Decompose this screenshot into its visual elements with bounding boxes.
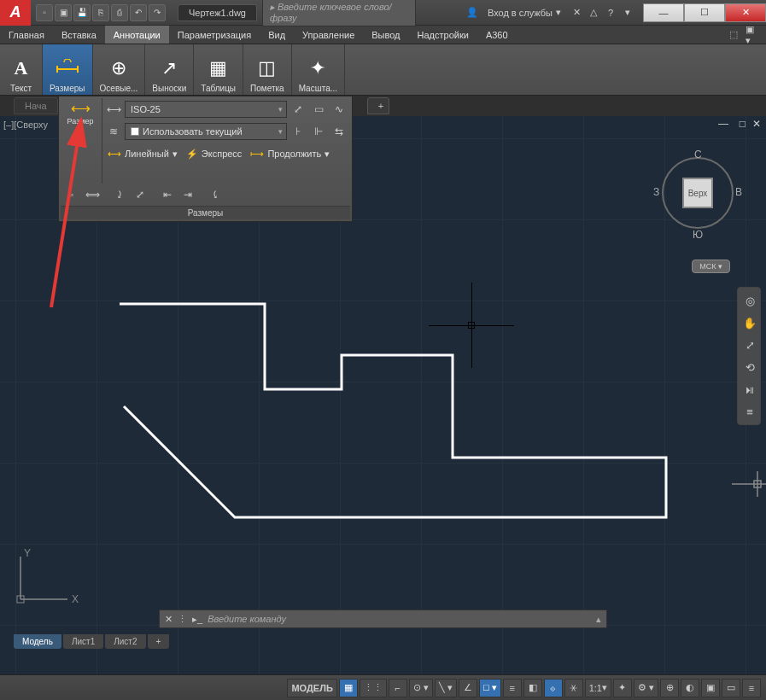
new-tab-button[interactable]: + — [367, 97, 389, 114]
status-ws-icon[interactable]: ⚙ ▾ — [634, 679, 658, 697]
status-custom-icon[interactable]: ≡ — [742, 679, 761, 697]
ribbon-group-text[interactable]: A Текст — [0, 44, 43, 95]
express-dimension-button[interactable]: ⚡ Экспресс — [183, 147, 246, 161]
cmdline-close-icon[interactable]: ✕ — [165, 614, 172, 625]
dimstyle-dropdown[interactable]: ISO-25 — [125, 101, 287, 118]
tab-manage[interactable]: Управление — [294, 26, 363, 44]
start-tab[interactable]: Нача — [14, 97, 58, 114]
tab-layout2[interactable]: Лист2 — [105, 634, 145, 649]
status-monitor-icon[interactable]: ⊕ — [660, 679, 679, 697]
cmdline-handle-icon[interactable]: ⋮ — [178, 614, 187, 625]
tab-layout1[interactable]: Лист1 — [63, 634, 103, 649]
a360-icon[interactable]: △ — [587, 6, 600, 20]
status-clean-icon[interactable]: ▭ — [722, 679, 740, 697]
status-ann-vis-icon[interactable]: ✦ — [613, 679, 632, 697]
dim-inspect-icon[interactable]: ⤸ — [110, 186, 129, 203]
qat-saveas-icon[interactable]: ⎘ — [92, 4, 109, 21]
tab-annotate[interactable]: Аннотации — [105, 26, 169, 44]
dim-update-icon[interactable]: ⤢ — [289, 101, 307, 118]
dim-text-center-icon[interactable]: ⇥ — [178, 186, 197, 203]
help-dropdown-icon[interactable]: ▾ — [621, 6, 634, 20]
show-motion-icon[interactable]: ⏯ — [740, 379, 759, 400]
dimension-button[interactable]: ⟷ Размер — [62, 100, 98, 125]
dim-space-icon[interactable]: ⊩ — [309, 123, 328, 140]
view-controls-label[interactable]: [–][Сверху — [3, 120, 48, 130]
featured-apps-icon[interactable]: ⬚ — [727, 28, 740, 42]
status-isolate-icon[interactable]: ▣ — [701, 679, 720, 697]
viewcube-top-face[interactable]: Верх — [682, 178, 713, 208]
status-osnap-track-icon[interactable]: ∠ — [459, 679, 477, 697]
dim-jog-icon[interactable]: ∿ — [330, 101, 348, 118]
document-tab[interactable]: Чертеж1.dwg — [178, 4, 257, 21]
nav-expand-icon[interactable]: ≡ — [740, 401, 759, 422]
status-grid-icon[interactable]: ▦ — [339, 679, 358, 697]
tab-insert[interactable]: Вставка — [53, 26, 105, 44]
status-scale-button[interactable]: 1:1 ▾ — [585, 679, 611, 697]
signin-icon[interactable]: 👤 — [465, 6, 479, 20]
ribbon-group-tables[interactable]: ▦ Таблицы — [194, 44, 243, 95]
continue-dimension-button[interactable]: ⟼ Продолжить ▾ — [247, 147, 333, 161]
compass-north[interactable]: С — [694, 149, 702, 160]
status-annoscale-icon[interactable]: ⚹ — [564, 679, 583, 697]
tab-view[interactable]: Вид — [260, 26, 294, 44]
maximize-button[interactable]: ☐ — [684, 3, 725, 22]
status-iso-icon[interactable]: ╲ ▾ — [435, 679, 457, 697]
qat-print-icon[interactable]: ⎙ — [111, 4, 128, 21]
viewport-maximize-icon[interactable]: □ — [740, 118, 746, 130]
dim-text-align-icon[interactable]: ⇤ — [158, 186, 177, 203]
layer-dropdown[interactable]: Использовать текущий — [125, 123, 287, 140]
compass-south[interactable]: Ю — [693, 229, 703, 241]
panel-title[interactable]: Размеры — [61, 206, 350, 219]
status-snap-icon[interactable]: ⋮⋮ — [360, 679, 387, 697]
command-line[interactable]: ✕ ⋮ ▸_ Введите команду ▴ — [159, 610, 607, 628]
tab-add-layout[interactable]: + — [148, 634, 170, 649]
viewcube[interactable]: Верх С Ю В З — [655, 150, 740, 236]
qat-open-icon[interactable]: ▣ — [55, 4, 72, 21]
dim-reassoc-icon[interactable]: ⟺ — [83, 186, 102, 203]
dim-break-icon[interactable]: ⊦ — [289, 123, 307, 140]
status-lineweight-icon[interactable]: ≡ — [503, 679, 522, 697]
status-transparency-icon[interactable]: ◧ — [523, 679, 542, 697]
tab-addins[interactable]: Надстройки — [409, 26, 477, 44]
qat-save-icon[interactable]: 💾 — [73, 4, 91, 21]
ribbon-group-centerlines[interactable]: ⊕ Осевые... — [93, 44, 146, 95]
ucs-label[interactable]: МСК ▾ — [692, 260, 730, 273]
tab-output[interactable]: Вывод — [363, 26, 408, 44]
status-osnap-icon[interactable]: □ ▾ — [479, 679, 501, 697]
viewport-close-icon[interactable]: ✕ — [752, 118, 761, 130]
qat-undo-icon[interactable]: ↶ — [130, 4, 147, 21]
ribbon-group-leaders[interactable]: ↗ Выноски — [145, 44, 194, 95]
pan-icon[interactable]: ✋ — [740, 312, 759, 333]
status-hw-icon[interactable]: ◐ — [681, 679, 699, 697]
search-input[interactable]: ▸ Введите ключевое слово/фразу — [262, 0, 416, 26]
linear-dimension-button[interactable]: ⟷ Линейный ▾ — [104, 147, 181, 161]
dim-text-angle-icon[interactable]: ⤹ — [206, 186, 225, 203]
qat-new-icon[interactable]: ▫ — [36, 4, 53, 21]
ribbon-collapse-icon[interactable]: ▣ ▾ — [746, 28, 759, 42]
tab-model[interactable]: Модель — [14, 634, 61, 649]
ribbon-group-markup[interactable]: ◫ Пометка — [243, 44, 292, 95]
qat-redo-icon[interactable]: ↷ — [149, 4, 166, 21]
orbit-icon[interactable]: ⟲ — [740, 357, 759, 377]
tab-parametric[interactable]: Параметризация — [169, 26, 260, 44]
ribbon-group-dimensions[interactable]: Размеры — [43, 44, 93, 95]
status-polar-icon[interactable]: ⊙ ▾ — [409, 679, 433, 697]
full-nav-wheel-icon[interactable]: ◎ — [740, 290, 759, 311]
dim-override-icon[interactable]: ▭ — [309, 101, 328, 118]
viewport-minimize-icon[interactable]: — — [718, 118, 728, 130]
dimstyle-icon[interactable]: ⟷ — [104, 101, 123, 118]
ribbon-group-scaling[interactable]: ✦ Масшта... — [292, 44, 345, 95]
tab-a360[interactable]: A360 — [477, 26, 517, 44]
dim-assoc-icon[interactable]: ⇆ — [330, 123, 348, 140]
layer-icon[interactable]: ≋ — [104, 123, 123, 140]
dim-tool-1-icon[interactable]: ▫ — [62, 186, 81, 203]
status-cycle-icon[interactable]: ⟐ — [544, 679, 563, 697]
status-ortho-icon[interactable]: ⌐ — [389, 679, 407, 697]
help-icon[interactable]: ? — [604, 6, 617, 20]
dim-oblique-icon[interactable]: ⤢ — [131, 186, 149, 203]
exchange-icon[interactable]: ✕ — [570, 6, 583, 20]
zoom-extents-icon[interactable]: ⤢ — [740, 335, 759, 355]
status-model-button[interactable]: МОДЕЛЬ — [287, 679, 336, 697]
close-button[interactable]: ✕ — [725, 3, 766, 22]
tab-home[interactable]: Главная — [0, 26, 53, 44]
